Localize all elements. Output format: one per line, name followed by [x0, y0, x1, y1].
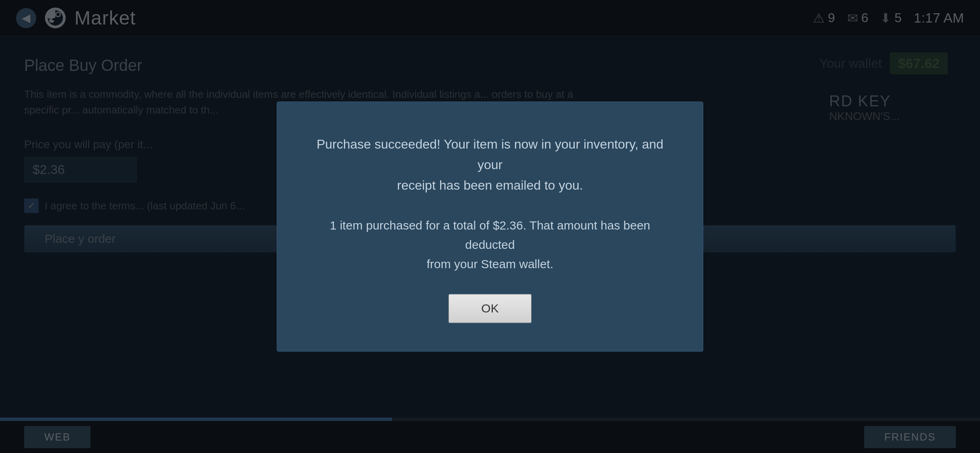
dialog-message: Purchase succeeded! Your item is now in …	[309, 134, 671, 196]
dialog-secondary-message: 1 item purchased for a total of $2.36. T…	[309, 216, 671, 274]
ok-button[interactable]: OK	[449, 294, 531, 323]
purchase-success-dialog: Purchase succeeded! Your item is now in …	[277, 101, 703, 352]
